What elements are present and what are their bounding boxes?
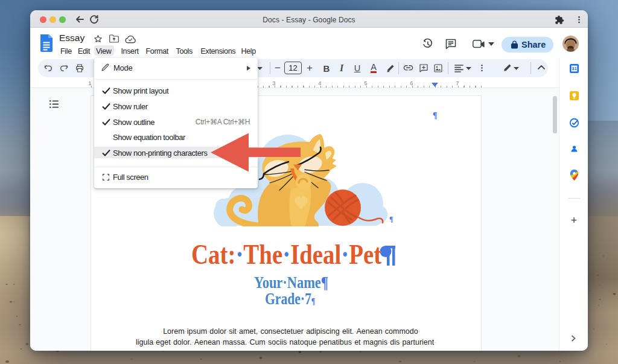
svg-text:31: 31 bbox=[572, 66, 576, 71]
